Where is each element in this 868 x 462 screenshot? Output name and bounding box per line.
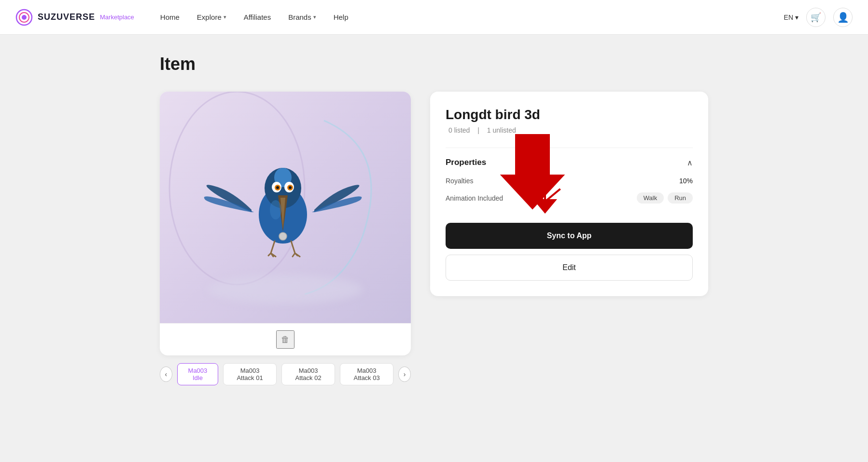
tag-walk: Walk (637, 192, 664, 204)
cart-button[interactable]: 🛒 (806, 8, 826, 27)
sync-to-app-button[interactable]: Sync to App (446, 223, 693, 249)
anim-tab-idle[interactable]: Ma003 Idle (177, 363, 218, 385)
animation-tags: Walk Run (637, 192, 693, 204)
item-title: Longdt bird 3d (446, 107, 693, 122)
chevron-left-icon: ‹ (165, 370, 168, 378)
header: SUZUVERSE Marketplace Home Explore ▾ Aff… (0, 0, 868, 35)
svg-point-14 (279, 232, 287, 240)
delete-button[interactable]: 🗑 (276, 330, 294, 349)
bird-model (203, 135, 367, 280)
lang-selector[interactable]: EN ▾ (784, 14, 798, 21)
nav-help[interactable]: Help (327, 9, 355, 25)
logo-text: SUZUVERSE (38, 12, 95, 22)
viewer-section: 🗑 ‹ Ma003 Idle Ma003 Attack 01 Ma003 Att… (160, 92, 411, 385)
chevron-right-icon: › (404, 370, 406, 378)
divider-1 (446, 148, 693, 148)
properties-title: Properties (446, 158, 486, 167)
anim-next-button[interactable]: › (398, 367, 411, 382)
royalties-value: 10% (679, 177, 693, 185)
edit-button[interactable]: Edit (446, 255, 693, 281)
meta-separator: | (477, 126, 479, 134)
royalties-label: Royalties (446, 177, 474, 185)
user-button[interactable]: 👤 (833, 8, 853, 27)
svg-point-11 (276, 186, 279, 189)
listed-count: 0 listed (448, 126, 470, 134)
user-icon: 👤 (837, 12, 849, 23)
nav-home[interactable]: Home (154, 9, 186, 25)
svg-point-2 (22, 15, 27, 20)
cart-icon: 🛒 (811, 12, 821, 23)
explore-chevron-icon: ▾ (224, 14, 226, 20)
svg-point-12 (289, 186, 292, 189)
viewer-bottom: 🗑 (160, 323, 411, 355)
trash-icon: 🗑 (281, 335, 290, 345)
nav-brands[interactable]: Brands ▾ (281, 9, 323, 25)
lang-chevron-icon: ▾ (795, 14, 798, 21)
anim-tab-attack03[interactable]: Ma003 Attack 03 (340, 363, 393, 385)
anim-prev-button[interactable]: ‹ (160, 367, 172, 382)
animation-row: Animation Included Walk Run (446, 192, 693, 204)
animation-tabs: ‹ Ma003 Idle Ma003 Attack 01 Ma003 Attac… (160, 363, 411, 385)
royalties-row: Royalties 10% (446, 177, 693, 185)
page-title: Item (160, 54, 708, 74)
item-meta: 0 listed | 1 unlisted (446, 126, 693, 134)
unlisted-count: 1 unlisted (487, 126, 516, 134)
main-content: Item (144, 35, 724, 405)
3d-viewer[interactable] (160, 92, 411, 323)
header-right: EN ▾ 🛒 👤 (784, 8, 853, 27)
tag-run: Run (668, 192, 693, 204)
properties-header: Properties ∧ (446, 158, 693, 167)
viewer-card: 🗑 (160, 92, 411, 355)
svg-point-13 (270, 200, 281, 219)
nav-explore[interactable]: Explore ▾ (190, 9, 233, 25)
properties-collapse-button[interactable]: ∧ (687, 158, 693, 167)
anim-tab-attack01[interactable]: Ma003 Attack 01 (223, 363, 277, 385)
animation-label: Animation Included (446, 194, 503, 202)
nav-affiliates[interactable]: Affiliates (237, 9, 278, 25)
info-panel: Longdt bird 3d 0 listed | 1 unlisted Pro… (430, 92, 708, 296)
brands-chevron-icon: ▾ (313, 14, 316, 20)
bird-svg (203, 135, 367, 280)
main-nav: Home Explore ▾ Affiliates Brands ▾ Help (154, 9, 784, 25)
logo-badge: Marketplace (100, 14, 134, 21)
logo-icon (15, 9, 33, 26)
anim-tab-attack02[interactable]: Ma003 Attack 02 (281, 363, 335, 385)
content-area: 🗑 ‹ Ma003 Idle Ma003 Attack 01 Ma003 Att… (160, 92, 708, 385)
logo[interactable]: SUZUVERSE Marketplace (15, 9, 134, 26)
